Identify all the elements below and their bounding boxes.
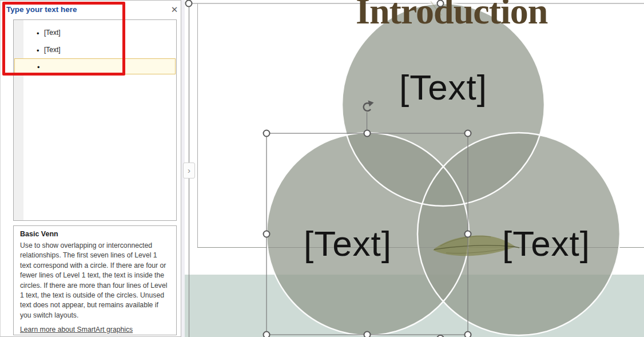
selection-handle-n[interactable] [364,130,371,137]
selection-layer [185,0,644,337]
frame-handle-nw[interactable] [186,1,192,7]
selection-handle-nw[interactable] [264,130,270,137]
text-pane-collapse-button[interactable]: › [183,162,195,179]
learn-more-link[interactable]: Learn more about SmartArt graphics [20,326,133,334]
list-item[interactable]: • [Text] [14,25,176,41]
selection-handle-ne[interactable] [465,130,471,137]
list-item-active[interactable]: • [14,58,176,74]
smartart-text-pane: Type your text here ✕ • [Text] • [Text] … [0,0,181,337]
selection-handle-se[interactable] [465,332,471,337]
selection-handles [186,1,471,337]
slide-canvas[interactable]: Introduction [Text] [Text] [Text] [185,0,644,337]
layout-description: Use to show overlapping or interconnecte… [20,241,170,320]
bullet-icon: • [37,29,39,38]
selection-handle-w[interactable] [264,231,270,237]
bullet-icon: • [37,46,39,55]
close-icon[interactable]: ✕ [169,4,180,15]
bullet-icon: • [37,63,40,72]
text-pane-list: • [Text] • [Text] • [13,19,177,221]
layout-name: Basic Venn [20,230,170,238]
list-item-label: [Text] [44,29,61,37]
text-pane-title: Type your text here [6,5,77,14]
selection-handle-s[interactable] [364,332,371,337]
rotate-icon[interactable] [364,101,374,111]
shape-selection-box [267,133,468,335]
chevron-right-icon: › [188,165,190,175]
selection-handle-e[interactable] [465,231,471,237]
list-item-label: [Text] [44,46,61,54]
frame-handle-n[interactable] [438,1,444,7]
selection-handle-sw[interactable] [264,332,270,337]
layout-description-panel: Basic Venn Use to show overlapping or in… [13,225,177,335]
list-item[interactable]: • [Text] [14,42,176,58]
